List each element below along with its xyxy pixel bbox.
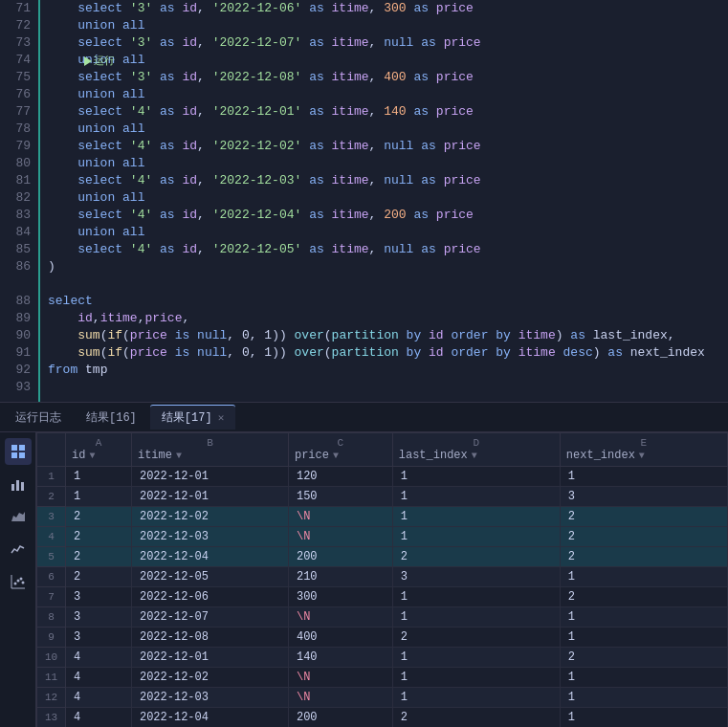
cell-id: 2	[66, 527, 132, 547]
table-row[interactable]: 11 4 2022-12-02 \N 1 1	[37, 668, 728, 688]
col-header-c[interactable]: C price ▼	[288, 433, 392, 467]
cell-next-index: 3	[560, 487, 727, 507]
row-index-cell: 9	[37, 628, 66, 648]
cell-id: 3	[66, 587, 132, 607]
cell-last-index: 2	[392, 708, 560, 728]
col-header-d[interactable]: D last_index ▼	[392, 433, 560, 467]
svg-rect-0	[11, 445, 17, 451]
cell-next-index: 1	[560, 628, 727, 648]
line-numbers: 71 72 73 74 75 76 77 78 79 80 81 82 83 8…	[0, 0, 40, 402]
cell-id: 2	[66, 507, 132, 527]
svg-rect-5	[16, 480, 19, 491]
cell-last-index: 2	[392, 628, 560, 648]
cell-price: 140	[288, 648, 392, 668]
cell-id: 2	[66, 547, 132, 567]
cell-id: 4	[66, 688, 132, 708]
col-e-filter-icon[interactable]: ▼	[639, 451, 645, 461]
cell-itime: 2022-12-01	[131, 467, 288, 487]
col-header-b[interactable]: B itime ▼	[131, 433, 288, 467]
svg-rect-3	[19, 452, 25, 458]
table-row[interactable]: 2 1 2022-12-01 150 1 3	[37, 487, 728, 507]
row-index-header	[37, 433, 66, 467]
tabs-bar: 运行日志 结果[16] 结果[17] ✕	[0, 402, 728, 432]
line-chart-icon[interactable]	[5, 536, 32, 562]
cell-price: 300	[288, 587, 392, 607]
cell-price: \N	[288, 607, 392, 628]
svg-rect-4	[11, 484, 14, 491]
cell-itime: 2022-12-03	[131, 688, 288, 708]
col-a-filter-icon[interactable]: ▼	[89, 451, 95, 461]
cell-itime: 2022-12-05	[131, 567, 288, 587]
table-row[interactable]: 9 3 2022-12-08 400 2 1	[37, 628, 728, 648]
cell-itime: 2022-12-08	[131, 628, 288, 648]
code-content[interactable]: select '3' as id, '2022-12-06' as itime,…	[40, 0, 728, 396]
table-row[interactable]: 3 2 2022-12-02 \N 1 2	[37, 507, 728, 527]
cell-id: 3	[66, 628, 132, 648]
cell-itime: 2022-12-02	[131, 668, 288, 688]
row-index-cell: 5	[37, 547, 66, 567]
cell-price: \N	[288, 527, 392, 547]
table-row[interactable]: 4 2 2022-12-03 \N 1 2	[37, 527, 728, 547]
cell-next-index: 2	[560, 527, 727, 547]
code-editor: 71 72 73 74 75 76 77 78 79 80 81 82 83 8…	[0, 0, 728, 402]
cell-next-index: 1	[560, 688, 727, 708]
cell-price: 200	[288, 547, 392, 567]
run-label: 运行	[94, 54, 115, 68]
col-c-filter-icon[interactable]: ▼	[333, 451, 339, 461]
cell-next-index: 2	[560, 648, 727, 668]
cell-next-index: 1	[560, 467, 727, 487]
cell-itime: 2022-12-04	[131, 547, 288, 567]
table-row[interactable]: 8 3 2022-12-07 \N 1 1	[37, 607, 728, 628]
cell-last-index: 1	[392, 467, 560, 487]
row-index-cell: 2	[37, 487, 66, 507]
table-row[interactable]: 6 2 2022-12-05 210 3 1	[37, 567, 728, 587]
cell-id: 3	[66, 607, 132, 628]
cell-id: 4	[66, 648, 132, 668]
svg-rect-2	[11, 452, 17, 458]
row-index-cell: 4	[37, 527, 66, 547]
col-header-e[interactable]: E next_index ▼	[560, 433, 727, 467]
area-chart-icon[interactable]	[5, 503, 32, 530]
col-b-filter-icon[interactable]: ▼	[176, 451, 182, 461]
cell-last-index: 1	[392, 688, 560, 708]
cell-next-index: 1	[560, 567, 727, 587]
tab-result-17[interactable]: 结果[17] ✕	[150, 405, 235, 430]
cell-last-index: 1	[392, 607, 560, 628]
table-row[interactable]: 13 4 2022-12-04 200 2 1	[37, 708, 728, 728]
tab-result-16[interactable]: 结果[16]	[75, 406, 148, 430]
svg-point-12	[21, 582, 24, 584]
cell-next-index: 2	[560, 507, 727, 527]
tab-run-log[interactable]: 运行日志	[4, 406, 73, 430]
run-icon	[84, 56, 92, 66]
table-row[interactable]: 7 3 2022-12-06 300 1 2	[37, 587, 728, 607]
scatter-chart-icon[interactable]	[5, 568, 32, 595]
cell-next-index: 1	[560, 668, 727, 688]
tab-result-17-label: 结果[17]	[162, 409, 212, 426]
results-area: A id ▼ B itime ▼ C	[0, 432, 728, 727]
tab-result-16-label: 结果[16]	[86, 409, 137, 426]
col-header-a[interactable]: A id ▼	[66, 433, 132, 467]
table-row[interactable]: 1 1 2022-12-01 120 1 1	[37, 467, 728, 487]
cell-price: \N	[288, 507, 392, 527]
cell-itime: 2022-12-03	[131, 527, 288, 547]
row-index-cell: 3	[37, 507, 66, 527]
table-row[interactable]: 5 2 2022-12-04 200 2 2	[37, 547, 728, 567]
cell-price: 400	[288, 628, 392, 648]
cell-itime: 2022-12-02	[131, 507, 288, 527]
table-row[interactable]: 12 4 2022-12-03 \N 1 1	[37, 688, 728, 708]
table-row[interactable]: 10 4 2022-12-01 140 1 2	[37, 648, 728, 668]
svg-point-9	[13, 583, 16, 585]
col-d-filter-icon[interactable]: ▼	[472, 451, 477, 461]
cell-id: 4	[66, 668, 132, 688]
bar-chart-icon[interactable]	[5, 471, 32, 497]
chart-type-sidebar	[0, 432, 36, 727]
results-table-container[interactable]: A id ▼ B itime ▼ C	[36, 432, 728, 727]
col-a-name: id	[72, 449, 85, 462]
grid-view-icon[interactable]	[5, 438, 32, 465]
cell-next-index: 1	[560, 708, 727, 728]
row-index-cell: 7	[37, 587, 66, 607]
cell-last-index: 1	[392, 648, 560, 668]
close-tab-icon[interactable]: ✕	[218, 411, 225, 424]
run-button[interactable]: 运行	[80, 52, 119, 70]
cell-price: \N	[288, 688, 392, 708]
